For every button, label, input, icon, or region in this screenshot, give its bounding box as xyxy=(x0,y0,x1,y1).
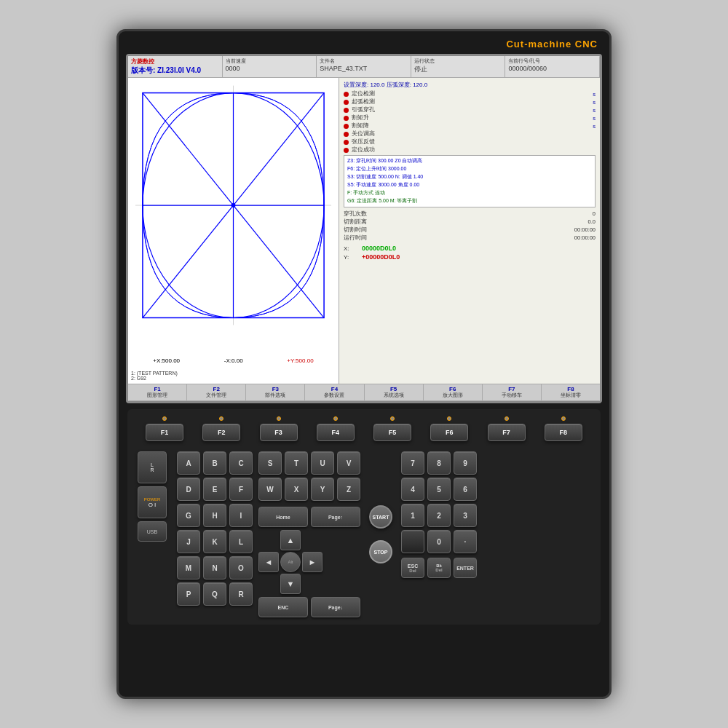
key-blank[interactable] xyxy=(401,530,424,553)
alpha-row-1: A B C xyxy=(177,451,253,475)
line-number: 00000/00060 xyxy=(508,65,596,72)
key-6[interactable]: 6 xyxy=(454,478,477,501)
keyboard-section: F1 F2 F3 F4 F5 F6 xyxy=(127,409,601,625)
key-G[interactable]: G xyxy=(177,504,200,527)
fkey-btn-F2[interactable]: F2 xyxy=(202,424,240,441)
key-F[interactable]: F xyxy=(229,478,253,501)
enter-key[interactable]: ENTER xyxy=(454,558,477,578)
stop-button[interactable]: STOP xyxy=(369,540,392,563)
param-2: F6: 定位上升时间 3000.00 xyxy=(347,165,592,173)
key-3[interactable]: 3 xyxy=(454,504,477,527)
key-W[interactable]: W xyxy=(258,478,282,501)
indicator-label-8: 定位成功 xyxy=(352,146,375,154)
alpha-row-2: D E F xyxy=(177,478,253,501)
start-button[interactable]: START xyxy=(369,505,392,529)
key-M[interactable]: M xyxy=(177,556,200,579)
fkey-group-F6: F6 xyxy=(430,416,468,441)
status-panel: 设置深度: 120.0 压弧深度: 120.0 定位检测 s 起弧检测 s xyxy=(339,78,600,384)
indicator-6: 关位调高 xyxy=(344,130,596,138)
key-Z[interactable]: Z xyxy=(337,478,360,501)
key-E[interactable]: E xyxy=(203,478,226,501)
fn-key-F4[interactable]: F4 参数设置 xyxy=(305,384,364,400)
usb-button[interactable]: USB xyxy=(138,521,167,542)
svg-point-8 xyxy=(232,203,236,207)
fn-key-F2[interactable]: F2 文件管理 xyxy=(187,384,246,400)
power-button[interactable]: POWER O I xyxy=(138,486,167,518)
fn-key-F5[interactable]: F5 系统选项 xyxy=(365,384,424,400)
fkey-btn-F8[interactable]: F8 xyxy=(545,424,582,441)
key-Y[interactable]: Y xyxy=(311,478,334,501)
fkey-group-F1: F1 xyxy=(146,416,183,441)
key-2[interactable]: 2 xyxy=(427,504,451,527)
key-C[interactable]: C xyxy=(229,451,253,475)
home-key[interactable]: Home xyxy=(258,507,308,527)
key-B[interactable]: B xyxy=(203,451,226,475)
indicator-dot-5 xyxy=(344,124,349,129)
run-time: 00:00:00 xyxy=(574,234,596,242)
indicator-val-5: s xyxy=(593,123,596,130)
nav-arrows-area: Home Page↑ ▲ ◄ Alt ► ▼ xyxy=(258,507,360,617)
fkey-btn-F7[interactable]: F7 xyxy=(488,424,526,441)
indicator-val-1: s xyxy=(593,91,596,98)
key-D[interactable]: D xyxy=(177,478,200,501)
key-U[interactable]: U xyxy=(311,451,334,475)
fkeys-row: F1 F2 F3 F4 F5 F6 xyxy=(133,416,595,441)
esc-key[interactable]: ESC Del xyxy=(401,558,424,578)
param-3: S3: 切割速度 500.00 N: 调值 1.40 xyxy=(347,173,592,181)
cut-time: 00:00:00 xyxy=(574,226,596,234)
key-H[interactable]: H xyxy=(203,504,226,527)
key-K[interactable]: K xyxy=(203,530,226,553)
up-arrow-key[interactable]: ▲ xyxy=(280,530,301,550)
key-9[interactable]: 9 xyxy=(454,451,477,475)
enc-key[interactable]: ENC xyxy=(258,597,308,617)
fkey-btn-F6[interactable]: F6 xyxy=(430,424,468,441)
right-arrow-key[interactable]: ► xyxy=(302,552,323,572)
key-J[interactable]: J xyxy=(177,530,200,553)
key-P[interactable]: P xyxy=(177,582,200,606)
key-0[interactable]: 0 xyxy=(427,530,451,553)
key-1[interactable]: 1 xyxy=(401,504,424,527)
key-8[interactable]: 8 xyxy=(427,451,451,475)
fn-key-F8[interactable]: F8 坐标清零 xyxy=(542,384,600,400)
fn-key-F7[interactable]: F7 手动移车 xyxy=(483,384,542,400)
key-Q[interactable]: Q xyxy=(203,582,226,606)
fn-key-F3[interactable]: F3 部件选项 xyxy=(246,384,305,400)
key-X[interactable]: X xyxy=(285,478,308,501)
indicator-dot-6 xyxy=(344,132,349,137)
key-O[interactable]: O xyxy=(229,556,253,579)
lr-switch[interactable]: L R xyxy=(138,451,167,483)
pageup-key[interactable]: Page↑ xyxy=(311,507,360,527)
left-arrow-key[interactable]: ◄ xyxy=(258,552,279,572)
key-V[interactable]: V xyxy=(337,451,360,475)
fn-key-F1[interactable]: F1 图形管理 xyxy=(128,384,187,400)
key-R[interactable]: R xyxy=(229,582,253,606)
enc-pagedown-row: ENC Page↓ xyxy=(258,597,360,617)
key-T[interactable]: T xyxy=(285,451,308,475)
fkey-btn-F1[interactable]: F1 xyxy=(146,424,183,441)
key-7[interactable]: 7 xyxy=(401,451,424,475)
indicator-label-1: 定位检测 xyxy=(352,90,375,98)
key-A[interactable]: A xyxy=(177,451,200,475)
key-4[interactable]: 4 xyxy=(401,478,424,501)
screen-container: 方菱数控 版本号: ZI.23I.0I V4.0 当前速度 0000 文件名 S… xyxy=(126,54,602,403)
down-arrow-key[interactable]: ▼ xyxy=(280,574,301,594)
param-4: S5: 手动速度 3000.00 角度 0.00 xyxy=(347,181,592,189)
fn-key-F6[interactable]: F6 放大图形 xyxy=(424,384,483,400)
key-N[interactable]: N xyxy=(203,556,226,579)
key-dot[interactable]: · xyxy=(454,530,477,553)
key-5[interactable]: 5 xyxy=(427,478,451,501)
indicator-1: 定位检测 s xyxy=(344,90,596,98)
fkey-btn-F4[interactable]: F4 xyxy=(317,424,355,441)
back-key[interactable]: Bk Del xyxy=(427,558,451,578)
pagedown-key[interactable]: Page↓ xyxy=(311,597,360,617)
key-L[interactable]: L xyxy=(229,530,253,553)
key-S[interactable]: S xyxy=(258,451,282,475)
center-key[interactable]: Alt xyxy=(280,552,301,572)
key-I[interactable]: I xyxy=(229,504,253,527)
fkey-btn-F5[interactable]: F5 xyxy=(373,424,411,441)
indicator-4: 割矩升 s xyxy=(344,114,596,122)
fkey-indicator-F5 xyxy=(390,416,395,421)
fkey-btn-F3[interactable]: F3 xyxy=(260,424,298,441)
wxyz-row: W X Y Z xyxy=(258,478,360,501)
alpha-row-3: G H I xyxy=(177,504,253,527)
